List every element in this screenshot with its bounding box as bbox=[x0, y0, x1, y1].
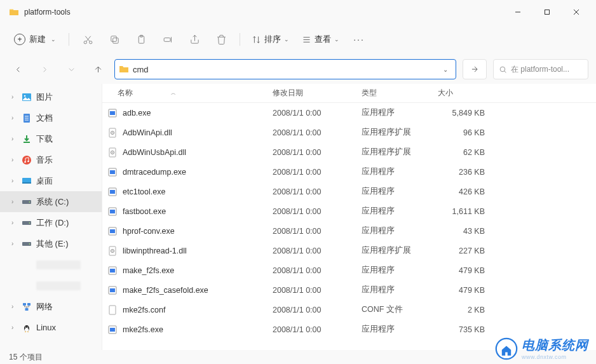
file-type: CONF 文件 bbox=[356, 304, 433, 315]
sidebar-item-label: 音乐 bbox=[36, 154, 53, 166]
file-row[interactable]: AdbWinApi.dll 2008/1/1 0:00 应用程序扩展 96 KB bbox=[102, 123, 596, 142]
sidebar-item-linux[interactable]: › Linux bbox=[0, 317, 102, 338]
dll-icon bbox=[107, 246, 118, 256]
sidebar-item-downloads[interactable]: › 下载 bbox=[0, 128, 102, 149]
exe-icon bbox=[107, 325, 118, 335]
item-count: 15 个项目 bbox=[9, 352, 43, 363]
file-row[interactable]: make_f2fs.exe 2008/1/1 0:00 应用程序 479 KB bbox=[102, 260, 596, 280]
view-button[interactable]: 查看 ⌄ bbox=[297, 30, 344, 49]
svg-rect-41 bbox=[27, 303, 30, 306]
file-type: 应用程序 bbox=[356, 226, 433, 236]
chevron-right-icon: › bbox=[11, 156, 17, 163]
sidebar-item-docs[interactable]: › 文档 bbox=[0, 107, 102, 128]
file-size: 735 KB bbox=[433, 325, 490, 334]
new-button[interactable]: + 新建 ⌄ bbox=[8, 30, 62, 49]
file-row[interactable]: make_f2fs_casefold.exe 2008/1/1 0:00 应用程… bbox=[102, 280, 596, 300]
header-date[interactable]: 修改日期 bbox=[268, 88, 356, 98]
chevron-right-icon: › bbox=[11, 198, 17, 205]
music-icon bbox=[22, 155, 32, 165]
up-button[interactable] bbox=[88, 59, 108, 79]
sidebar-item-redacted[interactable] bbox=[0, 254, 102, 275]
file-date: 2008/1/1 0:00 bbox=[268, 168, 356, 177]
file-size: 236 KB bbox=[433, 168, 490, 177]
sidebar-item-label: 网络 bbox=[36, 301, 53, 313]
paste-button[interactable] bbox=[129, 28, 153, 51]
file-name: make_f2fs.exe bbox=[123, 266, 174, 275]
file-size: 5,849 KB bbox=[433, 109, 490, 118]
sidebar-item-network[interactable]: › 网络 bbox=[0, 296, 102, 317]
delete-button[interactable] bbox=[209, 28, 233, 51]
cut-button[interactable] bbox=[76, 28, 100, 51]
view-label: 查看 bbox=[315, 34, 331, 45]
svg-rect-42 bbox=[25, 308, 29, 311]
file-row[interactable]: etc1tool.exe 2008/1/1 0:00 应用程序 426 KB bbox=[102, 182, 596, 201]
address-dropdown[interactable]: ⌄ bbox=[439, 66, 452, 73]
sidebar-item-label: 系统 (C:) bbox=[36, 196, 69, 208]
sidebar-item-music[interactable]: › 音乐 bbox=[0, 149, 102, 170]
file-row[interactable]: mke2fs.conf 2008/1/1 0:00 CONF 文件 2 KB bbox=[102, 300, 596, 320]
file-row[interactable]: libwinpthread-1.dll 2008/1/1 0:00 应用程序扩展… bbox=[102, 241, 596, 260]
header-type[interactable]: 类型 bbox=[356, 88, 433, 98]
sort-indicator-icon: ︿ bbox=[171, 90, 176, 97]
file-type: 应用程序 bbox=[356, 285, 433, 295]
file-name: mke2fs.conf bbox=[123, 306, 165, 314]
more-button[interactable]: ··· bbox=[347, 28, 371, 51]
svg-line-21 bbox=[505, 71, 506, 72]
file-type: 应用程序 bbox=[356, 166, 433, 177]
chevron-down-icon: ⌄ bbox=[284, 36, 289, 43]
svg-point-46 bbox=[27, 327, 29, 328]
watermark: 电脑系统网 www.dnxtw.com bbox=[495, 337, 588, 360]
file-row[interactable]: fastboot.exe 2008/1/1 0:00 应用程序 1,611 KB bbox=[102, 201, 596, 221]
sidebar-item-desktop[interactable]: › 桌面 bbox=[0, 170, 102, 191]
main-area: › 图片› 文档› 下载› 音乐› 桌面› 系统 (C:)› 工作 (D:)› … bbox=[0, 84, 596, 350]
desktop-icon bbox=[22, 176, 32, 186]
recent-dropdown[interactable] bbox=[61, 59, 81, 79]
sidebar-item-drive[interactable]: › 其他 (E:) bbox=[0, 233, 102, 254]
maximize-button[interactable] bbox=[532, 2, 562, 22]
rename-button[interactable] bbox=[156, 28, 180, 51]
back-button[interactable] bbox=[8, 59, 28, 79]
svg-rect-69 bbox=[110, 288, 115, 292]
header-size[interactable]: 大小 bbox=[433, 88, 490, 98]
titlebar: platform-tools bbox=[0, 0, 596, 24]
chevron-right-icon: › bbox=[11, 114, 17, 121]
header-name[interactable]: 名称 ︿ bbox=[102, 88, 268, 98]
exe-icon bbox=[107, 108, 118, 118]
sidebar-item-drive[interactable]: › 系统 (C:) bbox=[0, 191, 102, 212]
svg-rect-72 bbox=[110, 328, 115, 332]
sidebar-item-pictures[interactable]: › 图片 bbox=[0, 86, 102, 107]
share-button[interactable] bbox=[182, 28, 207, 51]
file-row[interactable]: dmtracedump.exe 2008/1/1 0:00 应用程序 236 K… bbox=[102, 162, 596, 182]
sort-button[interactable]: 排序 ⌄ bbox=[247, 30, 294, 49]
exe-icon bbox=[107, 167, 118, 177]
svg-rect-62 bbox=[110, 229, 115, 233]
sidebar-item-drive[interactable]: › 工作 (D:) bbox=[0, 212, 102, 233]
file-row[interactable]: hprof-conv.exe 2008/1/1 0:00 应用程序 43 KB bbox=[102, 221, 596, 241]
file-row[interactable]: AdbWinUsbApi.dll 2008/1/1 0:00 应用程序扩展 62… bbox=[102, 142, 596, 162]
go-button[interactable] bbox=[463, 59, 487, 79]
exe-icon bbox=[107, 187, 118, 197]
close-button[interactable] bbox=[562, 2, 591, 22]
forward-button[interactable] bbox=[34, 59, 55, 79]
minimize-button[interactable] bbox=[503, 2, 532, 22]
sidebar-item-redacted[interactable] bbox=[0, 275, 102, 296]
file-name: libwinpthread-1.dll bbox=[123, 246, 187, 255]
svg-point-44 bbox=[25, 328, 29, 332]
file-size: 1,611 KB bbox=[433, 207, 490, 216]
dll-icon bbox=[107, 128, 118, 138]
search-box[interactable]: 在 platform-tool... bbox=[493, 59, 588, 79]
address-input[interactable] bbox=[133, 65, 435, 74]
file-row[interactable]: adb.exe 2008/1/1 0:00 应用程序 5,849 KB bbox=[102, 103, 596, 123]
svg-line-6 bbox=[86, 36, 90, 41]
watermark-icon bbox=[495, 337, 518, 360]
address-bar[interactable]: ⌄ bbox=[114, 59, 456, 79]
exe-icon bbox=[107, 226, 118, 236]
file-size: 96 KB bbox=[433, 128, 490, 137]
new-label: 新建 bbox=[29, 34, 46, 45]
linux-icon bbox=[22, 323, 32, 333]
downloads-icon bbox=[22, 134, 32, 144]
chevron-right-icon: › bbox=[11, 324, 17, 331]
file-date: 2008/1/1 0:00 bbox=[268, 109, 356, 118]
file-type: 应用程序扩展 bbox=[356, 127, 433, 138]
copy-button[interactable] bbox=[102, 28, 126, 51]
